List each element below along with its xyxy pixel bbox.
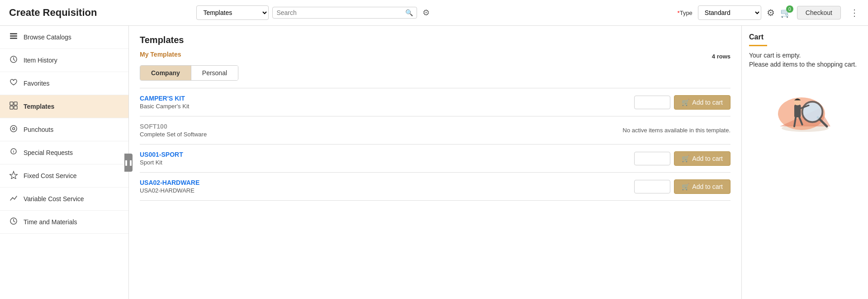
- cart-button[interactable]: 🛒 0: [780, 7, 792, 18]
- sidebar-wrapper: Browse Catalogs Item History Favori: [0, 26, 129, 299]
- add-to-cart-hardware[interactable]: 🛒 Add to cart: [674, 179, 730, 194]
- template-list: CAMPER'S KIT Basic Camper's Kit 🛒 Add to…: [140, 88, 730, 201]
- search-icon: 🔍: [405, 9, 413, 16]
- category-dropdown[interactable]: Templates Browse Catalogs Item History: [196, 5, 269, 20]
- cart-icon-campers-kit: 🛒: [682, 99, 689, 106]
- header-right: *Type Standard Emergency Blanket ⚙ 🛒 0 C…: [678, 5, 859, 20]
- cart-illustration: [769, 75, 841, 134]
- svg-rect-16: [794, 105, 801, 117]
- template-name-sport[interactable]: US001-SPORT: [140, 151, 183, 158]
- main-layout: Browse Catalogs Item History Favori: [0, 26, 868, 299]
- svg-rect-7: [14, 106, 17, 109]
- sidebar: Browse Catalogs Item History Favori: [0, 26, 129, 299]
- sidebar-item-time-and-materials[interactable]: Time and Materials: [0, 211, 128, 234]
- sidebar-item-favorites[interactable]: Favorites: [0, 72, 128, 95]
- header-controls: Templates Browse Catalogs Item History 🔍…: [196, 5, 677, 20]
- no-items-msg-soft100: No active items available in this templa…: [623, 127, 730, 134]
- sidebar-item-variable-cost-service[interactable]: Variable Cost Service: [0, 188, 128, 211]
- sidebar-label-fixed-cost-service: Fixed Cost Service: [24, 172, 76, 179]
- sidebar-item-punchouts[interactable]: Punchouts: [0, 118, 128, 141]
- template-info-campers-kit: CAMPER'S KIT Basic Camper's Kit: [140, 95, 629, 110]
- sidebar-item-item-history[interactable]: Item History: [0, 49, 128, 72]
- template-actions-hardware: 🛒 Add to cart: [634, 179, 730, 194]
- svg-rect-0: [10, 33, 17, 34]
- cart-sub-msg: Please add items to the shopping cart.: [749, 61, 861, 68]
- template-actions-soft100: No active items available in this templa…: [617, 127, 730, 134]
- variable-cost-icon: [9, 194, 18, 204]
- svg-point-9: [13, 128, 15, 130]
- table-row: USA02-HARDWARE USA02-HARDWARE 🛒 Add to c…: [140, 173, 730, 201]
- collapse-icon: ❚❚: [124, 159, 133, 166]
- svg-rect-4: [10, 102, 13, 105]
- item-history-icon: [9, 55, 18, 65]
- qty-input-hardware[interactable]: [634, 180, 670, 193]
- sidebar-item-fixed-cost-service[interactable]: Fixed Cost Service: [0, 164, 128, 188]
- template-info-soft100: SOFT100 Complete Set of Software: [140, 123, 612, 138]
- template-desc-campers-kit: Basic Camper's Kit: [140, 103, 629, 110]
- cart-title: Cart: [749, 33, 861, 41]
- favorites-icon: [9, 78, 18, 88]
- sidebar-label-browse-catalogs: Browse Catalogs: [24, 34, 71, 41]
- browse-catalogs-icon: [9, 32, 18, 42]
- sidebar-collapse-handle[interactable]: ❚❚: [124, 154, 133, 172]
- checkout-button[interactable]: Checkout: [797, 6, 841, 19]
- tab-bar: Company Personal: [140, 65, 238, 81]
- template-info-hardware: USA02-HARDWARE USA02-HARDWARE: [140, 179, 629, 194]
- sidebar-label-item-history: Item History: [24, 57, 57, 64]
- sidebar-label-templates: Templates: [24, 103, 54, 110]
- fixed-cost-icon: [9, 171, 18, 181]
- sidebar-label-favorites: Favorites: [24, 80, 50, 87]
- rows-count: 4 rows: [712, 53, 730, 60]
- template-info-sport: US001-SPORT Sport Kit: [140, 151, 629, 166]
- sidebar-item-special-requests[interactable]: Special Requests: [0, 141, 128, 164]
- cart-accent: [749, 45, 767, 46]
- type-label: *Type: [678, 10, 693, 16]
- qty-input-campers-kit[interactable]: [634, 96, 670, 109]
- page-title: Create Requisition: [9, 7, 97, 19]
- tab-company[interactable]: Company: [140, 66, 191, 80]
- search-input[interactable]: [276, 9, 405, 16]
- time-and-materials-icon: [9, 217, 18, 227]
- section-title: My Templates: [140, 51, 181, 58]
- template-desc-soft100: Complete Set of Software: [140, 131, 612, 138]
- table-row: CAMPER'S KIT Basic Camper's Kit 🛒 Add to…: [140, 88, 730, 116]
- punchouts-icon: [9, 125, 18, 135]
- template-actions-sport: 🛒 Add to cart: [634, 151, 730, 166]
- sidebar-label-special-requests: Special Requests: [24, 149, 73, 156]
- svg-rect-1: [10, 35, 17, 37]
- sidebar-item-browse-catalogs[interactable]: Browse Catalogs: [0, 26, 128, 49]
- table-row: US001-SPORT Sport Kit 🛒 Add to cart: [140, 145, 730, 173]
- svg-rect-5: [14, 102, 17, 105]
- search-wrapper: 🔍: [272, 7, 417, 19]
- template-desc-hardware: USA02-HARDWARE: [140, 187, 629, 194]
- add-to-cart-sport[interactable]: 🛒 Add to cart: [674, 151, 730, 166]
- cart-icon-hardware: 🛒: [682, 183, 689, 190]
- tab-personal[interactable]: Personal: [191, 66, 238, 80]
- cart-icon-sport: 🛒: [682, 155, 689, 162]
- template-actions-campers-kit: 🛒 Add to cart: [634, 95, 730, 110]
- sidebar-label-time-and-materials: Time and Materials: [24, 218, 77, 226]
- sidebar-label-punchouts: Punchouts: [24, 126, 53, 133]
- settings-button[interactable]: ⚙: [767, 7, 775, 18]
- more-icon[interactable]: ⋮: [850, 7, 859, 18]
- type-dropdown[interactable]: Standard Emergency Blanket: [698, 5, 761, 20]
- template-name-soft100: SOFT100: [140, 123, 167, 130]
- qty-input-sport[interactable]: [634, 152, 670, 165]
- filter-icon[interactable]: ⚙: [421, 6, 432, 19]
- cart-empty-msg: Your cart is empty.: [749, 52, 861, 59]
- cart-badge: 0: [786, 5, 793, 13]
- special-requests-icon: [9, 148, 18, 158]
- template-name-hardware[interactable]: USA02-HARDWARE: [140, 179, 199, 186]
- add-to-cart-campers-kit[interactable]: 🛒 Add to cart: [674, 95, 730, 110]
- svg-rect-6: [10, 106, 13, 109]
- sidebar-item-templates[interactable]: Templates: [0, 95, 128, 118]
- sidebar-label-variable-cost-service: Variable Cost Service: [24, 195, 84, 203]
- svg-point-15: [802, 102, 822, 122]
- svg-point-8: [10, 125, 17, 132]
- svg-rect-2: [10, 38, 17, 39]
- template-name-campers-kit[interactable]: CAMPER'S KIT: [140, 95, 185, 102]
- content-title: Templates: [140, 35, 730, 45]
- content-area: Templates My Templates 4 rows Company Pe…: [129, 26, 741, 299]
- template-desc-sport: Sport Kit: [140, 159, 629, 166]
- table-row: SOFT100 Complete Set of Software No acti…: [140, 116, 730, 145]
